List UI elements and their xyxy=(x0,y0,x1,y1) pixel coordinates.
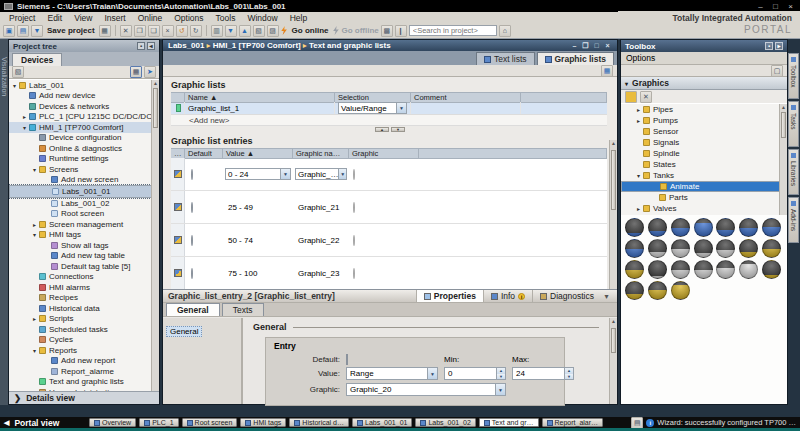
graphics-tree-item[interactable]: Signals xyxy=(621,137,787,148)
expander-icon[interactable] xyxy=(635,106,642,113)
window-close-button[interactable]: × xyxy=(785,2,796,11)
stepper-arrows-icon[interactable]: ▲▼ xyxy=(564,368,573,379)
splitter-up-icon[interactable]: ▲ xyxy=(375,127,389,132)
properties-tab[interactable]: Properties xyxy=(416,290,483,302)
graphic-select[interactable]: Graphic_20 ▼ xyxy=(346,383,506,396)
tank-graphic-thumbnail[interactable] xyxy=(671,239,690,258)
properties-subtab[interactable]: General xyxy=(166,303,220,316)
chevron-down-icon[interactable]: ▼ xyxy=(280,169,290,179)
copy-icon[interactable]: ❐ xyxy=(134,25,146,37)
compile-icon[interactable]: ▥ xyxy=(211,25,223,37)
menu-item[interactable]: Online xyxy=(132,13,169,23)
menu-item[interactable]: Insert xyxy=(98,13,131,23)
expander-icon[interactable] xyxy=(635,172,642,179)
project-tree-scrollbar[interactable]: ▲ xyxy=(151,80,159,391)
tree-item[interactable]: HMI_1 [TP700 Comfort] xyxy=(9,122,159,133)
editor-task-button[interactable]: Overview xyxy=(89,418,136,427)
properties-collapse-icon[interactable]: ▾ xyxy=(601,292,612,301)
go-online-button[interactable]: Go online xyxy=(290,26,331,35)
graphics-section-bar[interactable]: ▾ Graphics xyxy=(621,77,787,90)
tree-item[interactable]: Default tag table [5] xyxy=(9,261,159,272)
editor-task-button[interactable]: Labs_001_02 xyxy=(415,418,475,427)
filter-icon[interactable]: ▧ xyxy=(12,66,24,78)
tree-item[interactable]: Historical data xyxy=(9,303,159,314)
default-radio[interactable] xyxy=(191,268,193,279)
view-grid-icon[interactable]: ▦ xyxy=(130,66,142,78)
split-editor-icon[interactable]: ❙ xyxy=(395,25,407,37)
graphics-tree-item[interactable]: Tanks xyxy=(621,170,787,181)
table-row[interactable]: Graphic_list_1 Value/Range ▼ xyxy=(171,102,607,115)
visualization-vertical-tab[interactable]: Visualization xyxy=(1,39,8,96)
tree-item[interactable]: Device configuration xyxy=(9,133,159,144)
search-project-icon[interactable]: ⌂ xyxy=(499,25,511,37)
tank-graphic-thumbnail[interactable] xyxy=(353,169,355,180)
side-tab[interactable]: Add-ins xyxy=(788,197,799,243)
tank-graphic-thumbnail[interactable] xyxy=(762,239,781,258)
selection-combobox[interactable]: Value/Range ▼ xyxy=(338,102,407,114)
expand-all-icon[interactable]: ➤ xyxy=(144,66,156,78)
collapse-panel-icon[interactable]: ◂ xyxy=(147,42,155,50)
side-tab[interactable]: Libraries xyxy=(788,149,799,195)
menu-item[interactable]: Project xyxy=(3,13,41,23)
tank-graphic-thumbnail[interactable] xyxy=(648,218,667,237)
expander-icon[interactable] xyxy=(31,347,38,354)
tree-item[interactable]: Connections xyxy=(9,272,159,283)
entry-row[interactable]: 25 - 49 ▼ Graphic_21 ▼ xyxy=(171,191,607,224)
editor-tab[interactable]: Text lists xyxy=(476,52,535,65)
editor-task-button[interactable]: Report_alar… xyxy=(542,418,604,427)
expander-icon[interactable] xyxy=(31,315,38,322)
entry-row[interactable]: 50 - 74 ▼ Graphic_22 ▼ xyxy=(171,224,607,257)
default-radio[interactable] xyxy=(191,202,193,213)
start-simulation-icon[interactable]: ▧ xyxy=(253,25,265,37)
graphic-name-combobox[interactable]: Graphic_… ▼ xyxy=(295,168,347,180)
side-tab[interactable]: Toolbox xyxy=(788,53,799,99)
undo-icon[interactable]: ↺ xyxy=(176,25,188,37)
expander-icon[interactable] xyxy=(21,113,28,120)
tank-graphic-thumbnail[interactable] xyxy=(671,218,690,237)
editor-maximize-button[interactable]: □ xyxy=(592,42,601,49)
column-header[interactable]: Value ▲ xyxy=(223,148,293,159)
tree-item[interactable]: User administration xyxy=(9,387,159,391)
nav-item-general[interactable]: General xyxy=(166,326,202,337)
column-header[interactable] xyxy=(419,148,607,159)
expander-icon[interactable] xyxy=(31,231,38,238)
delete-icon[interactable]: × xyxy=(162,25,174,37)
collapse-panel-icon[interactable]: ▸ xyxy=(775,42,783,50)
selection-cell[interactable]: Value/Range ▼ xyxy=(335,102,411,114)
tree-item[interactable]: Runtime settings xyxy=(9,154,159,165)
value-combobox[interactable]: 25 - 49 ▼ xyxy=(225,201,291,213)
tank-graphic-thumbnail[interactable] xyxy=(762,260,781,279)
open-project-icon[interactable]: ▤ xyxy=(17,25,29,37)
default-radio[interactable] xyxy=(191,169,193,180)
properties-tab[interactable]: Info i xyxy=(483,290,532,302)
expander-icon[interactable] xyxy=(21,124,28,131)
menu-item[interactable]: Options xyxy=(168,13,209,23)
graphics-tree-item[interactable]: Pipes xyxy=(621,104,787,115)
entries-scrollbar[interactable]: ▲ xyxy=(609,140,617,289)
value-select[interactable]: Range ▼ xyxy=(346,367,438,380)
column-header[interactable]: Default xyxy=(185,148,223,159)
min-stepper[interactable]: 0 ▲▼ xyxy=(444,367,506,380)
tank-graphic-thumbnail[interactable] xyxy=(625,239,644,258)
tank-graphic-thumbnail[interactable] xyxy=(716,218,735,237)
tank-graphic-thumbnail[interactable] xyxy=(648,260,667,279)
cut-icon[interactable]: ✕ xyxy=(120,25,132,37)
default-checkbox[interactable] xyxy=(346,354,348,365)
editor-task-button[interactable]: Historical d… xyxy=(289,418,349,427)
properties-tab[interactable]: Diagnostics xyxy=(532,290,601,302)
column-header[interactable]: Graphic na… xyxy=(293,148,349,159)
details-expander-icon[interactable]: ❯ xyxy=(14,393,21,403)
add-new-list-row[interactable]: <Add new> xyxy=(171,115,607,126)
tree-item[interactable]: Labs_001 xyxy=(9,80,159,91)
side-tab[interactable]: Tasks xyxy=(788,101,799,147)
tab-devices[interactable]: Devices xyxy=(12,53,62,66)
editor-restore-button[interactable]: ❒ xyxy=(581,42,590,50)
menu-item[interactable]: Help xyxy=(284,13,313,23)
breadcrumb-item[interactable]: Labs_001 xyxy=(168,41,204,50)
graphic-name-combobox[interactable]: Graphic_23 ▼ xyxy=(295,267,347,279)
editor-task-button[interactable]: PLC_1 xyxy=(139,418,178,427)
tree-item[interactable]: Reports xyxy=(9,345,159,356)
notification-icon[interactable]: ▤ xyxy=(631,417,643,429)
menu-item[interactable]: Tools xyxy=(210,13,242,23)
tree-item[interactable]: Show all tags xyxy=(9,240,159,251)
